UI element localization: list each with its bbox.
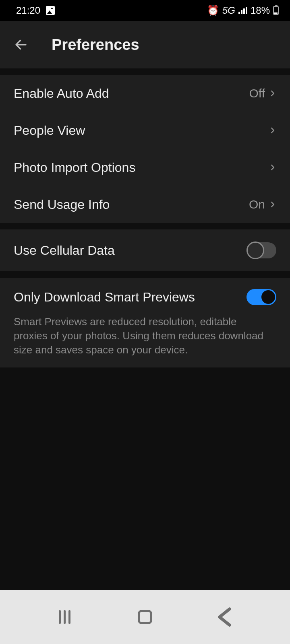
system-nav-bar	[0, 590, 290, 644]
row-people-view[interactable]: People View	[0, 112, 290, 149]
home-icon	[138, 610, 152, 624]
row-description: Smart Previews are reduced resolution, e…	[14, 315, 276, 357]
status-time: 21:20	[16, 5, 40, 16]
settings-group-3: Only Download Smart Previews Smart Previ…	[0, 278, 290, 367]
nav-recent-button[interactable]	[52, 605, 77, 629]
signal-icon	[238, 7, 247, 14]
row-enable-auto-add[interactable]: Enable Auto Add Off	[0, 75, 290, 112]
status-right: ⏰ 5G 18%	[207, 5, 279, 16]
network-indicator: 5G	[222, 5, 235, 16]
chevron-right-icon	[269, 90, 276, 97]
nav-home-button[interactable]	[133, 605, 157, 629]
row-label: Send Usage Info	[14, 197, 110, 212]
toggle-cellular[interactable]	[246, 242, 276, 258]
row-label: Photo Import Options	[14, 160, 135, 175]
toggle-smart-previews[interactable]	[246, 289, 276, 305]
image-icon	[46, 6, 55, 15]
row-smart-previews[interactable]: Only Download Smart Previews Smart Previ…	[0, 278, 290, 367]
row-label: People View	[14, 123, 85, 138]
row-use-cellular-data[interactable]: Use Cellular Data	[0, 229, 290, 271]
row-label: Use Cellular Data	[14, 243, 115, 258]
row-photo-import-options[interactable]: Photo Import Options	[0, 149, 290, 186]
settings-group-2: Use Cellular Data	[0, 229, 290, 271]
recent-apps-icon	[59, 610, 70, 624]
arrow-left-icon	[14, 37, 28, 52]
toggle-knob	[261, 290, 275, 304]
chevron-right-icon	[269, 164, 276, 171]
page-title: Preferences	[52, 36, 139, 54]
back-button[interactable]	[14, 37, 28, 52]
alarm-icon: ⏰	[207, 5, 219, 16]
nav-back-button[interactable]	[213, 605, 238, 629]
row-value: Off	[249, 87, 265, 100]
battery-percent: 18%	[251, 5, 270, 16]
chevron-right-icon	[269, 201, 276, 208]
status-left: 21:20	[16, 5, 55, 16]
back-icon	[213, 605, 238, 629]
app-header: Preferences	[0, 21, 290, 68]
settings-group-1: Enable Auto Add Off People View Photo Im…	[0, 75, 290, 223]
chevron-right-icon	[269, 127, 276, 134]
battery-icon	[273, 6, 279, 15]
row-value: On	[249, 198, 265, 211]
row-send-usage-info[interactable]: Send Usage Info On	[0, 186, 290, 223]
row-label: Enable Auto Add	[14, 86, 109, 101]
status-bar: 21:20 ⏰ 5G 18%	[0, 0, 290, 21]
row-label: Only Download Smart Previews	[14, 290, 195, 305]
toggle-knob	[246, 242, 264, 259]
